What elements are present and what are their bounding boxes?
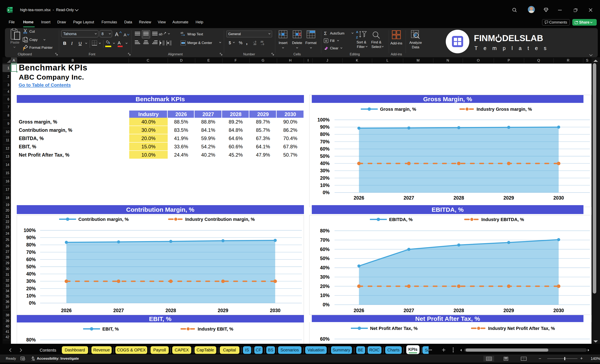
svg-text:2028: 2028 — [453, 195, 464, 200]
svg-text:60%: 60% — [320, 146, 329, 152]
svg-text:50%: 50% — [320, 256, 329, 261]
svg-text:90%: 90% — [26, 235, 36, 240]
svg-text:x: x — [8, 8, 9, 12]
svg-text:0%: 0% — [323, 302, 329, 307]
svg-text:2026: 2026 — [354, 195, 364, 200]
svg-text:Industry Contribution margin,: Industry Contribution margin, % — [185, 217, 255, 222]
svg-text:20%: 20% — [26, 286, 36, 291]
svg-text:2030: 2030 — [553, 308, 564, 313]
svg-text:70%: 70% — [320, 139, 329, 144]
svg-text:100%: 100% — [317, 117, 329, 122]
svg-text:50%: 50% — [26, 264, 36, 269]
svg-text:20%: 20% — [320, 284, 329, 289]
svg-text:70%: 70% — [320, 237, 329, 243]
svg-text:2026: 2026 — [61, 308, 72, 313]
svg-text:2030: 2030 — [270, 308, 280, 313]
svg-text:2029: 2029 — [503, 308, 514, 313]
svg-text:90%: 90% — [320, 124, 329, 130]
svg-text:0%: 0% — [29, 300, 36, 306]
svg-text:20%: 20% — [320, 175, 329, 181]
svg-text:2027: 2027 — [403, 195, 414, 200]
svg-text:2029: 2029 — [503, 195, 514, 200]
svg-text:2029: 2029 — [218, 308, 228, 313]
svg-text:Industry EBITDA, %: Industry EBITDA, % — [481, 217, 524, 222]
svg-text:10%: 10% — [320, 293, 329, 298]
svg-text:60%: 60% — [320, 247, 329, 252]
svg-text:EBITDA, %: EBITDA, % — [389, 217, 413, 222]
svg-text:30%: 30% — [320, 274, 329, 280]
svg-text:2028: 2028 — [165, 308, 176, 313]
svg-text:60%: 60% — [26, 257, 36, 262]
svg-text:A: A — [356, 30, 358, 34]
svg-text:ab: ab — [180, 31, 183, 34]
svg-text:10%: 10% — [320, 183, 329, 188]
svg-text:80%: 80% — [26, 242, 36, 247]
svg-text:Contribution margin, %: Contribution margin, % — [78, 217, 129, 222]
svg-text:0%: 0% — [323, 190, 329, 195]
svg-text:100%: 100% — [24, 228, 36, 233]
svg-text:2026: 2026 — [354, 308, 364, 313]
svg-text:30%: 30% — [320, 168, 329, 173]
svg-text:Z: Z — [356, 36, 358, 39]
svg-text:80%: 80% — [320, 132, 329, 137]
svg-text:Gross margin, %: Gross margin, % — [380, 107, 416, 112]
svg-text:2028: 2028 — [453, 308, 464, 313]
svg-text:70%: 70% — [26, 250, 36, 255]
svg-text:Industry Gross margin, %: Industry Gross margin, % — [477, 107, 532, 112]
svg-text:30%: 30% — [26, 278, 36, 284]
svg-text:40%: 40% — [26, 271, 36, 277]
svg-text:10%: 10% — [26, 293, 36, 299]
svg-text:2030: 2030 — [553, 195, 564, 200]
svg-text:80%: 80% — [320, 228, 329, 233]
svg-text:50%: 50% — [320, 154, 329, 159]
svg-text:40%: 40% — [320, 161, 329, 166]
svg-text:2027: 2027 — [113, 308, 124, 313]
svg-text:80%: 80% — [26, 337, 36, 343]
svg-text:2027: 2027 — [403, 308, 414, 313]
svg-text:40%: 40% — [320, 265, 329, 270]
svg-text:60%: 60% — [320, 336, 329, 342]
